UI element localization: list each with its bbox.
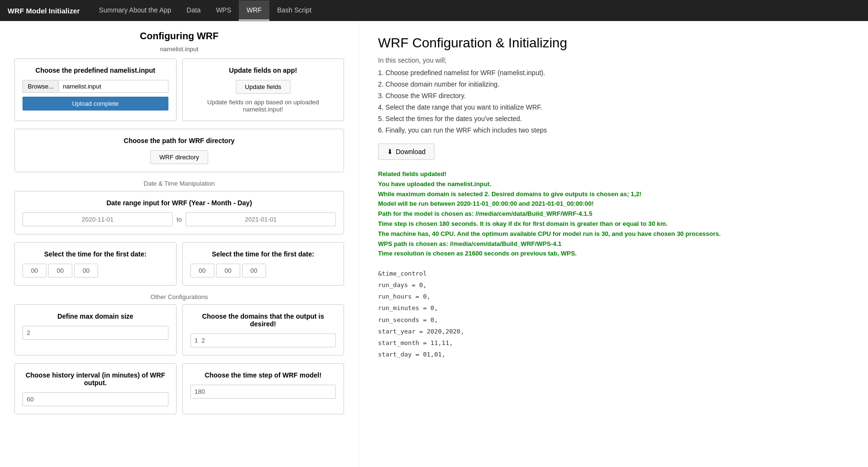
wrf-dir-title: Choose the path for WRF directory: [22, 137, 336, 145]
browse-button[interactable]: Browse...: [22, 80, 58, 93]
steps-list: 1. Choose predefined namelist for WRF (n…: [378, 69, 849, 134]
start-date-input[interactable]: [22, 212, 173, 226]
namelist-label: namelist.input: [14, 45, 344, 53]
step-6: 6. Finally, you can run the WRF which in…: [378, 126, 849, 134]
code-line-7: start_day = 01,01,: [378, 349, 849, 360]
nav-items: Summary About the App Data WPS WRF Bash …: [91, 0, 319, 21]
step-5: 5. Select the times for the dates you've…: [378, 115, 849, 122]
code-line-1: run_days = 0,: [378, 280, 849, 290]
download-button[interactable]: ⬇ Download: [378, 144, 434, 160]
step-2: 2. Choose domain number for initializing…: [378, 80, 849, 88]
end-date-input[interactable]: [186, 212, 336, 226]
to-label: to: [177, 216, 182, 223]
step-1: 1. Choose predefined namelist for WRF (n…: [378, 69, 849, 77]
navbar: WRF Model Initializer Summary About the …: [0, 0, 868, 21]
time-last-hour[interactable]: [190, 264, 214, 278]
step-3: 3. Choose the WRF directory.: [378, 92, 849, 100]
nav-summary[interactable]: Summary About the App: [91, 0, 179, 21]
time-first-second[interactable]: [74, 264, 98, 278]
time-last-card: Select the time for the first date:: [182, 242, 345, 286]
download-icon: ⬇: [387, 148, 393, 156]
other-config-row: Define max domain size Choose the domain…: [14, 304, 344, 363]
time-step-title: Choose the time step of WRF model!: [190, 371, 336, 379]
history-interval-title: Choose history interval (in minutes) of …: [22, 371, 168, 387]
status-line6: Time step is chosen 180 seconds. It is o…: [378, 219, 849, 229]
update-fields-button[interactable]: Update fields: [236, 80, 290, 94]
status-line8: WPS path is chosen as: //media/cem/data/…: [378, 239, 849, 249]
date-range-row: to: [22, 212, 336, 226]
upload-complete-button[interactable]: Upload complete: [22, 97, 168, 111]
file-row: Browse...: [22, 80, 168, 93]
history-interval-card: Choose history interval (in minutes) of …: [14, 363, 177, 414]
max-domain-card: Define max domain size: [14, 304, 177, 356]
wrf-dir-card: Choose the path for WRF directory WRF di…: [14, 129, 344, 172]
status-line9: Time resolution is chosen as 21600 secon…: [378, 249, 849, 259]
code-line-2: run_hours = 0,: [378, 291, 849, 302]
right-intro: In this section, you will;: [378, 56, 849, 64]
step-4: 4. Select the date range that you want t…: [378, 103, 849, 111]
other-config-label: Other Configurations: [14, 293, 344, 300]
hist-time-row: Choose history interval (in minutes) of …: [14, 363, 344, 422]
upload-update-row: Choose the predefined namelist.input Bro…: [14, 58, 344, 129]
status-line1: Related fields updated!: [378, 169, 849, 179]
file-name-input[interactable]: [58, 80, 168, 93]
status-line3: While maximum domain is selected 2. Desi…: [378, 189, 849, 200]
status-block: Related fields updated! You have uploade…: [378, 169, 849, 259]
output-domains-card: Choose the domains that the output is de…: [182, 304, 345, 356]
code-block: &time_control run_days = 0, run_hours = …: [378, 268, 849, 360]
datetime-label: Date & Time Manipulation: [14, 180, 344, 187]
time-last-second[interactable]: [242, 264, 266, 278]
nav-bash[interactable]: Bash Script: [269, 0, 319, 21]
output-domains-title: Choose the domains that the output is de…: [190, 312, 336, 328]
status-line4: Model will be run between 2020-11-01_00:…: [378, 199, 849, 209]
max-domain-title: Define max domain size: [22, 312, 168, 320]
code-line-3: run_minutes = 0,: [378, 303, 849, 313]
time-step-input[interactable]: [190, 385, 336, 399]
time-first-title: Select the time for the first date:: [22, 250, 168, 258]
update-fields-desc: Update fields on app based on uploaded n…: [190, 99, 336, 113]
nav-wps[interactable]: WPS: [208, 0, 239, 21]
upload-card-title: Choose the predefined namelist.input: [22, 67, 168, 74]
download-label: Download: [396, 148, 425, 156]
output-domains-input[interactable]: [190, 334, 336, 347]
status-line7: The machine has, 40 CPU. And the optimum…: [378, 229, 849, 239]
main-layout: Configuring WRF namelist.input Choose th…: [0, 21, 868, 467]
app-brand: WRF Model Initializer: [8, 7, 80, 15]
page-title: Configuring WRF: [14, 31, 344, 42]
right-panel: WRF Configuration & Initializing In this…: [359, 21, 868, 467]
wrf-dir-button[interactable]: WRF directory: [150, 150, 208, 164]
time-first-card: Select the time for the first date:: [14, 242, 177, 286]
nav-wrf[interactable]: WRF: [239, 0, 269, 21]
left-panel: Configuring WRF namelist.input Choose th…: [0, 21, 359, 467]
code-line-6: start_month = 11,11,: [378, 338, 849, 348]
right-title: WRF Configuration & Initializing: [378, 35, 849, 51]
code-line-4: run_seconds = 0,: [378, 315, 849, 325]
nav-data[interactable]: Data: [179, 0, 209, 21]
time-last-minute[interactable]: [216, 264, 240, 278]
time-first-group: [22, 264, 168, 278]
update-fields-title: Update fields on app!: [190, 67, 336, 74]
status-line2: You have uploaded the namelist.input.: [378, 179, 849, 189]
time-last-group: [190, 264, 336, 278]
history-interval-input[interactable]: [22, 392, 168, 406]
time-last-title: Select the time for the first date:: [190, 250, 336, 258]
time-first-hour[interactable]: [22, 264, 46, 278]
code-line-0: &time_control: [378, 268, 849, 279]
status-line5: Path for the model is chosen as: //media…: [378, 209, 849, 219]
update-fields-card: Update fields on app! Update fields Upda…: [182, 58, 345, 121]
time-selectors-row: Select the time for the first date: Sele…: [14, 242, 344, 293]
date-range-card: Date range input for WRF (Year - Month -…: [14, 191, 344, 234]
time-step-card: Choose the time step of WRF model!: [182, 363, 345, 414]
upload-card: Choose the predefined namelist.input Bro…: [14, 58, 177, 121]
max-domain-input[interactable]: [22, 326, 168, 340]
code-line-5: start_year = 2020,2020,: [378, 326, 849, 337]
date-range-title: Date range input for WRF (Year - Month -…: [22, 199, 336, 207]
time-first-minute[interactable]: [48, 264, 72, 278]
